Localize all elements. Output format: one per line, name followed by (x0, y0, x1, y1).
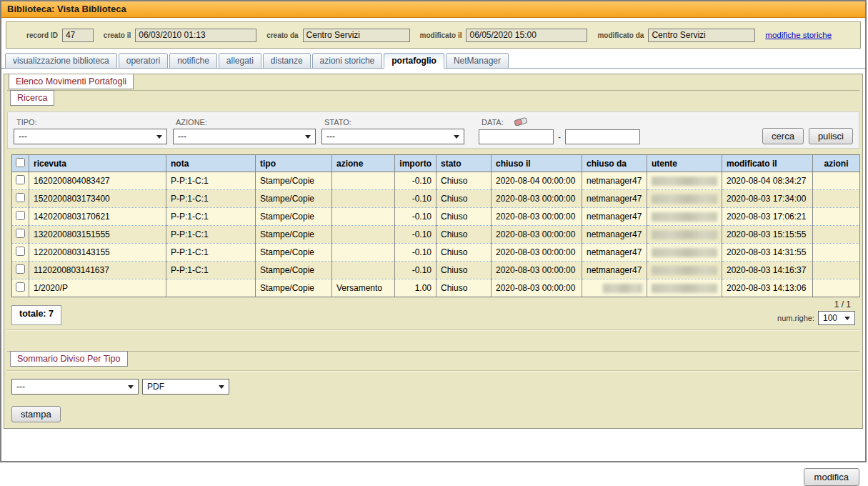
data-to-input[interactable] (565, 129, 640, 144)
table-row: 1620200804083427 P-P:1-C:1 Stampe/Copie … (12, 172, 860, 190)
cell-tipo: Stampe/Copie (256, 208, 332, 226)
cell-utente-redacted (647, 279, 722, 297)
table-row: 1520200803173400 P-P:1-C:1 Stampe/Copie … (12, 190, 860, 208)
record-id-field: record ID (26, 29, 94, 42)
table-footer: totale: 7 1 / 1 num.righe: 100 (11, 299, 855, 325)
col-ricevuta: ricevuta (29, 155, 166, 172)
azione-select[interactable]: --- (173, 129, 316, 144)
tab-operatori[interactable]: operatori (119, 53, 168, 69)
modifica-button[interactable]: modifica (804, 468, 859, 486)
cell-chiuso-da: netmanager47 (582, 172, 647, 190)
chevron-down-icon (156, 135, 162, 139)
data-from-input[interactable] (479, 129, 554, 144)
creato-il-value[interactable] (135, 29, 256, 42)
row-checkbox[interactable] (16, 264, 25, 274)
cell-importo: -0.10 (395, 226, 437, 244)
cell-azioni (813, 190, 860, 208)
cell-ricevuta: 1520200803173400 (29, 190, 166, 208)
portafoglio-panel: Elenco Movimenti Portafogli Ricerca TIPO… (4, 74, 863, 429)
cell-ricevuta: 1220200803143155 (29, 244, 166, 262)
tab-netmanager[interactable]: NetManager (446, 53, 509, 69)
stampa-button[interactable]: stampa (11, 406, 61, 422)
tab-bar: visualizzazione biblioteca operatori not… (1, 52, 865, 69)
modifiche-storiche-link[interactable]: modifiche storiche (765, 31, 832, 39)
record-id-value[interactable] (62, 29, 94, 42)
cell-azioni (813, 208, 860, 226)
row-checkbox[interactable] (16, 229, 25, 238)
cell-chiuso-il: 2020-08-03 00:00:00 (492, 226, 582, 244)
modificato-il-field: modificato il (420, 29, 588, 42)
cell-importo: -0.10 (395, 172, 437, 190)
select-all-checkbox[interactable] (16, 158, 25, 167)
chevron-down-icon (844, 317, 850, 320)
tab-allegati[interactable]: allegati (219, 53, 261, 69)
cell-stato: Chiuso (437, 244, 492, 262)
formato-value: PDF (147, 382, 164, 392)
table-header-row: ricevuta nota tipo azione importo stato … (12, 155, 860, 172)
cell-ricevuta: 1620200804083427 (29, 172, 166, 190)
modificato-il-value[interactable] (466, 29, 587, 42)
tipo-filter-label: TIPO: (16, 118, 167, 127)
tab-visualizzazione-biblioteca[interactable]: visualizzazione biblioteca (5, 53, 117, 69)
tipo-select[interactable]: --- (14, 129, 167, 144)
row-checkbox[interactable] (16, 211, 25, 220)
cell-azione (332, 262, 395, 279)
cell-azione (332, 172, 395, 190)
cell-ricevuta: 1/2020/P (29, 279, 166, 297)
tab-azioni-storiche[interactable]: azioni storiche (312, 53, 383, 69)
cell-importo: 1.00 (395, 279, 437, 297)
cell-modificato-il: 2020-08-03 14:16:37 (722, 262, 813, 279)
cell-modificato-il: 2020-08-03 17:34:00 (722, 190, 813, 208)
stato-select[interactable]: --- (321, 129, 464, 144)
application-window: Biblioteca: Vista Biblioteca record ID c… (0, 0, 867, 462)
num-righe-value: 100 (823, 313, 837, 323)
cell-stato: Chiuso (437, 226, 492, 244)
pulisci-button[interactable]: pulisci (809, 128, 853, 144)
col-azioni: azioni (813, 155, 860, 172)
azione-select-value: --- (178, 132, 186, 142)
cell-nota: P-P:1-C:1 (166, 262, 256, 279)
formato-select[interactable]: PDF (142, 379, 229, 395)
num-righe-select[interactable]: 100 (818, 311, 855, 325)
col-azione: azione (332, 155, 395, 172)
cell-tipo: Stampe/Copie (256, 262, 332, 279)
cell-stato: Chiuso (437, 208, 492, 226)
cell-chiuso-il: 2020-08-03 00:00:00 (492, 244, 582, 262)
tipo-select-value: --- (19, 132, 27, 142)
record-id-label: record ID (26, 31, 58, 39)
table-row: 1220200803143155 P-P:1-C:1 Stampe/Copie … (12, 244, 860, 262)
creato-da-label: creato da (266, 31, 298, 39)
table-row: 1320200803151555 P-P:1-C:1 Stampe/Copie … (12, 226, 860, 244)
cell-stato: Chiuso (437, 262, 492, 279)
azione-filter-label: AZIONE: (176, 118, 316, 127)
ricerca-title: Ricerca (10, 90, 54, 106)
cell-tipo: Stampe/Copie (256, 279, 332, 297)
eraser-icon[interactable] (514, 116, 528, 127)
cell-ricevuta: 1120200803141637 (29, 262, 166, 279)
tab-portafoglio[interactable]: portafoglio (384, 53, 444, 69)
creato-da-value[interactable] (303, 29, 410, 42)
num-righe-label: num.righe: (777, 314, 814, 322)
sommario-tipo-select[interactable]: --- (11, 379, 139, 395)
tab-distanze[interactable]: distanze (263, 53, 311, 69)
row-checkbox[interactable] (16, 175, 25, 184)
cell-chiuso-il: 2020-08-03 00:00:00 (492, 190, 582, 208)
cell-chiuso-il: 2020-08-03 00:00:00 (492, 279, 582, 297)
row-checkbox[interactable] (16, 282, 25, 292)
modificato-da-field: modificato da (597, 29, 755, 42)
cell-utente-redacted (647, 208, 722, 226)
cell-utente-redacted (647, 262, 722, 279)
cell-azioni (813, 226, 860, 244)
row-checkbox[interactable] (16, 247, 25, 256)
cell-stato: Chiuso (437, 172, 492, 190)
chevron-down-icon (219, 385, 224, 389)
tab-notifiche[interactable]: notifiche (169, 53, 217, 69)
creato-il-label: creato il (104, 31, 131, 39)
cell-modificato-il: 2020-08-04 08:34:27 (722, 172, 813, 190)
section-title: Elenco Movimenti Portafogli (9, 74, 134, 89)
modificato-da-value[interactable] (648, 29, 755, 42)
row-checkbox[interactable] (16, 193, 25, 202)
cell-ricevuta: 1420200803170621 (29, 208, 166, 226)
cerca-button[interactable]: cerca (762, 128, 804, 144)
cell-tipo: Stampe/Copie (256, 226, 332, 244)
